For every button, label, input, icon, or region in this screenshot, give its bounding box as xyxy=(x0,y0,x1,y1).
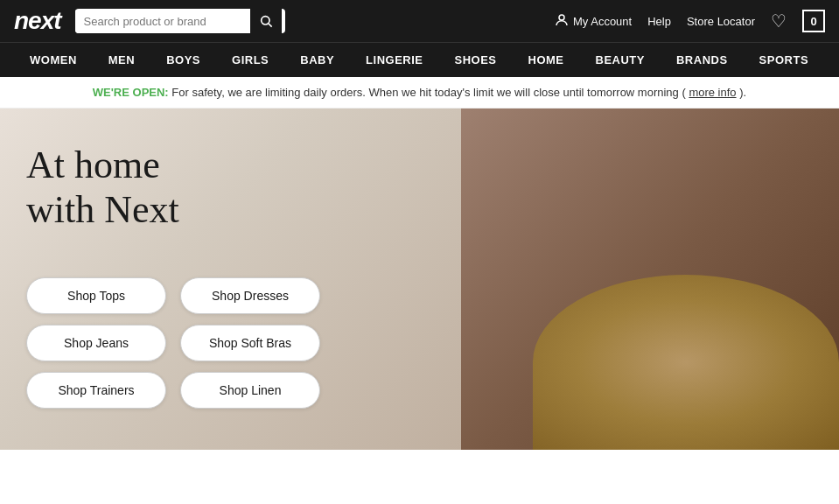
svg-point-2 xyxy=(559,15,564,20)
search-bar xyxy=(75,9,285,33)
nav-item-brands[interactable]: BRANDS xyxy=(661,43,744,78)
banner-more-info-link[interactable]: more info xyxy=(689,86,736,99)
announcement-banner: WE'RE OPEN: For safety, we are limiting … xyxy=(0,77,839,108)
nav-item-lingerie[interactable]: LINGERIE xyxy=(350,43,438,78)
banner-open-text: WE'RE OPEN: xyxy=(93,86,169,99)
wishlist-icon[interactable]: ♡ xyxy=(771,10,787,32)
banner-message: For safety, we are limiting daily orders… xyxy=(171,86,685,99)
nav-item-sports[interactable]: SPORTS xyxy=(744,43,824,78)
main-nav: WOMEN MEN BOYS GIRLS BABY LINGERIE SHOES… xyxy=(0,42,839,77)
shop-jeans-button[interactable]: Shop Jeans xyxy=(26,325,166,361)
shop-soft-bras-button[interactable]: Shop Soft Bras xyxy=(180,325,320,361)
nav-item-beauty[interactable]: BEAUTY xyxy=(580,43,661,78)
hero-section: At home with Next Shop Tops Shop Dresses… xyxy=(0,108,839,450)
shop-dresses-button[interactable]: Shop Dresses xyxy=(180,277,320,314)
shop-trainers-button[interactable]: Shop Trainers xyxy=(26,372,166,409)
cart-icon[interactable]: 0 xyxy=(802,10,825,32)
svg-line-1 xyxy=(269,24,272,27)
hero-title-line2: with Next xyxy=(26,188,179,231)
shop-tops-button[interactable]: Shop Tops xyxy=(26,277,166,314)
nav-item-shoes[interactable]: SHOES xyxy=(439,43,513,78)
cart-count: 0 xyxy=(802,10,825,32)
shop-linen-button[interactable]: Shop Linen xyxy=(180,372,320,409)
help-label: Help xyxy=(647,15,671,28)
banner-end: ). xyxy=(739,86,746,99)
header-right: My Account Help Store Locator ♡ 0 xyxy=(554,10,825,32)
my-account-label: My Account xyxy=(573,15,632,28)
account-icon xyxy=(554,12,570,31)
nav-item-baby[interactable]: BABY xyxy=(284,43,350,78)
store-locator-link[interactable]: Store Locator xyxy=(687,15,755,28)
my-account-link[interactable]: My Account xyxy=(554,12,632,31)
nav-item-men[interactable]: MEN xyxy=(93,43,150,78)
hero-content: At home with Next Shop Tops Shop Dresses… xyxy=(0,108,839,450)
search-button[interactable] xyxy=(250,9,282,33)
nav-item-boys[interactable]: BOYS xyxy=(150,43,216,78)
svg-point-0 xyxy=(261,17,269,24)
hero-btn-row-2: Shop Jeans Shop Soft Bras xyxy=(26,325,813,361)
nav-item-home[interactable]: HOME xyxy=(513,43,580,78)
help-link[interactable]: Help xyxy=(647,15,671,28)
nav-item-women[interactable]: WOMEN xyxy=(14,43,93,78)
store-locator-label: Store Locator xyxy=(687,15,755,28)
hero-btn-row-1: Shop Tops Shop Dresses xyxy=(26,277,813,314)
hero-btn-row-3: Shop Trainers Shop Linen xyxy=(26,372,813,409)
hero-title-line1: At home xyxy=(26,144,160,186)
hero-title: At home with Next xyxy=(26,144,254,232)
nav-item-girls[interactable]: GIRLS xyxy=(216,43,284,78)
header: next My Account Help Store Locator ♡ xyxy=(0,0,839,42)
search-input[interactable] xyxy=(75,10,250,33)
logo[interactable]: next xyxy=(14,7,61,35)
